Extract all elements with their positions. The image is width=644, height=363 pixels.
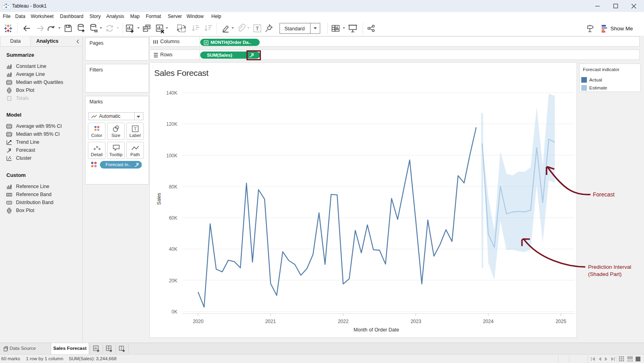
svg-text:T: T <box>256 26 259 32</box>
svg-text:Standard: Standard <box>284 26 305 32</box>
svg-text:Show Me: Show Me <box>610 26 633 32</box>
svg-text:T: T <box>134 127 137 131</box>
